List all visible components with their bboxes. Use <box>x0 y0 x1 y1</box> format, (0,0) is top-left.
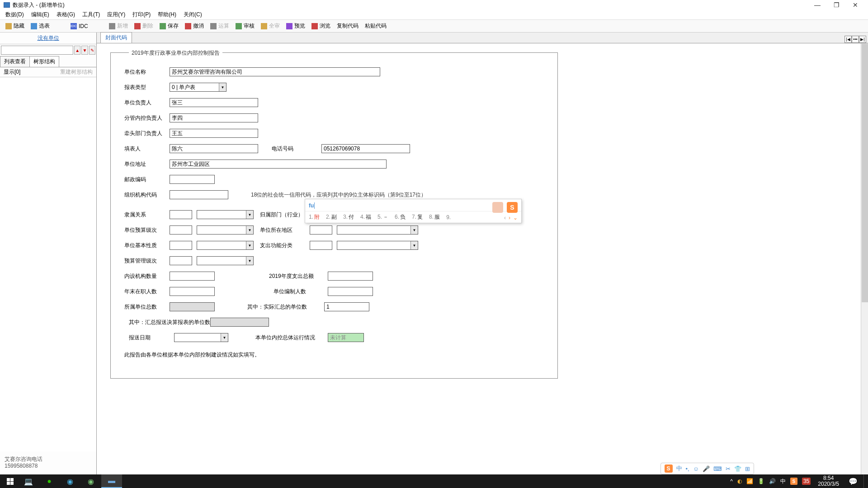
tab-tree-view[interactable]: 树形结构 <box>29 56 59 67</box>
input-phone[interactable] <box>321 144 410 153</box>
tray-sogou-icon[interactable]: S <box>790 478 797 485</box>
tb-idc[interactable]: IDCIDC <box>68 22 91 30</box>
input-nature-code[interactable] <box>170 241 192 250</box>
tab-list-view[interactable]: 列表查看 <box>0 56 30 67</box>
nav-last-button[interactable]: ▶| <box>859 36 866 43</box>
sel-func[interactable]: ▼ <box>337 241 418 250</box>
ime-menu-icon[interactable]: ⊞ <box>745 465 750 472</box>
tb-hide[interactable]: 隐藏 <box>3 21 27 31</box>
ime-cand-6[interactable]: 6.负 <box>395 213 406 221</box>
ime-status-bar[interactable]: S 中 •, ☺ 🎤 ⌨ ✂ 👕 ⊞ <box>660 463 754 474</box>
menu-print[interactable]: 打印(P) <box>129 10 154 19</box>
ime-skin-icon[interactable]: 👕 <box>734 465 741 472</box>
combo-report-type[interactable]: 0 | 单户表 ▼ <box>170 83 226 92</box>
tb-preview[interactable]: 预览 <box>283 21 308 31</box>
tree-area[interactable] <box>0 77 96 451</box>
show-desktop-button[interactable] <box>863 474 866 488</box>
taskview-button[interactable]: 💻 <box>18 474 39 488</box>
tray-temp-badge[interactable]: 35 <box>802 478 811 485</box>
tray-wifi-icon[interactable]: 📶 <box>746 478 753 484</box>
ime-lang[interactable]: 中 <box>676 465 682 473</box>
ime-cand-1[interactable]: 1.附 <box>309 213 320 221</box>
input-filler[interactable] <box>170 144 258 153</box>
ime-cand-2[interactable]: 2.副 <box>326 213 337 221</box>
wechat-button[interactable]: ● <box>39 474 60 488</box>
tray-expand-icon[interactable]: ^ <box>730 478 733 484</box>
tab-cover-code[interactable]: 封面代码 <box>100 32 132 43</box>
tb-save[interactable]: 保存 <box>157 21 181 31</box>
tray-volume-icon[interactable]: 🔊 <box>769 478 776 484</box>
ime-voice-icon[interactable]: 🎤 <box>703 465 710 472</box>
input-nk[interactable] <box>170 113 258 122</box>
input-head[interactable] <box>170 98 258 107</box>
scrollbar-thumb[interactable] <box>862 44 868 302</box>
input-rel-code[interactable] <box>170 210 192 219</box>
tray-battery-icon[interactable]: 🔋 <box>758 478 764 484</box>
input-actual[interactable] <box>324 302 369 311</box>
menu-tool[interactable]: 工具(T) <box>79 10 104 19</box>
ime-cand-5[interactable]: 5.－ <box>377 213 388 221</box>
ime-prev-icon[interactable]: ‹ <box>504 215 506 221</box>
search-input[interactable] <box>1 46 73 55</box>
input-emp[interactable] <box>170 287 215 296</box>
menu-table[interactable]: 表格(G) <box>53 10 79 19</box>
input-staff[interactable] <box>328 287 373 296</box>
ime-cand-3[interactable]: 3.付 <box>343 213 354 221</box>
tb-pastecode[interactable]: 粘贴代码 <box>362 21 389 31</box>
sel-nature[interactable]: ▼ <box>197 241 254 250</box>
sel-rel[interactable]: ▼ <box>197 210 254 219</box>
input-unit-name[interactable] <box>170 67 380 76</box>
input-func-code[interactable] <box>310 241 332 250</box>
sel-loc[interactable]: ▼ <box>337 225 418 235</box>
menu-edit[interactable]: 编辑(E) <box>28 10 53 19</box>
input-expend[interactable] <box>328 272 373 281</box>
maximize-button[interactable]: ❐ <box>831 1 842 9</box>
menu-app[interactable]: 应用(Y) <box>104 10 129 19</box>
notification-button[interactable]: 💬 <box>843 474 863 488</box>
vertical-scrollbar[interactable] <box>861 43 868 474</box>
browser2-button[interactable]: ◉ <box>80 474 101 488</box>
menu-close[interactable]: 关闭(C) <box>180 10 206 19</box>
ime-tool-icon[interactable]: ✂ <box>726 465 731 472</box>
edit-button[interactable]: ✎ <box>89 46 95 55</box>
tray-ime-lang[interactable]: 中 <box>780 478 786 485</box>
sel-mgmt[interactable]: ▼ <box>197 256 254 265</box>
browser1-button[interactable]: ◉ <box>60 474 80 488</box>
ime-cand-4[interactable]: 4.福 <box>360 213 371 221</box>
input-addr[interactable] <box>170 160 387 169</box>
input-budget-code[interactable] <box>170 225 192 235</box>
input-qt[interactable] <box>170 129 258 138</box>
ime-cand-8[interactable]: 8.服 <box>429 213 440 221</box>
input-inst[interactable] <box>170 272 215 281</box>
nav-first-button[interactable]: |◀ <box>844 36 852 43</box>
ime-emoji-icon[interactable]: ☺ <box>693 465 699 472</box>
ime-expand-icon[interactable]: ⌄ <box>513 215 518 221</box>
ime-cand-7[interactable]: 7.复 <box>412 213 423 221</box>
start-button[interactable] <box>2 474 18 488</box>
combo-date[interactable]: ▼ <box>174 333 228 342</box>
tb-audit[interactable]: 审核 <box>233 21 257 31</box>
app-button[interactable]: ▬ <box>101 474 122 488</box>
nav-menu-button[interactable]: ••• <box>852 36 859 43</box>
arrow-up-button[interactable]: ▲ <box>74 46 80 55</box>
tb-browse[interactable]: 浏览 <box>309 21 333 31</box>
ime-punct[interactable]: •, <box>686 465 689 472</box>
no-unit-link[interactable]: 没有单位 <box>0 33 96 44</box>
ime-keyboard-icon[interactable]: ⌨ <box>713 465 722 472</box>
input-loc-code[interactable] <box>310 225 332 235</box>
tb-copycode[interactable]: 复制代码 <box>334 21 361 31</box>
tb-cancel[interactable]: 撤消 <box>182 21 207 31</box>
rebuild-tree[interactable]: 重建树形结构 <box>60 68 93 76</box>
menu-help[interactable]: 帮助(H) <box>154 10 180 19</box>
ime-next-icon[interactable]: › <box>509 215 510 221</box>
menu-data[interactable]: 数据(D) <box>2 10 28 19</box>
minimize-button[interactable]: — <box>812 1 823 9</box>
tray-sync-icon[interactable]: ◐ <box>737 478 742 484</box>
sel-budget[interactable]: ▼ <box>197 225 254 235</box>
close-button[interactable]: ✕ <box>850 1 861 9</box>
arrow-down-button[interactable]: ▼ <box>81 46 88 55</box>
ime-cand-9[interactable]: 9. <box>446 214 452 221</box>
tb-select[interactable]: 选表 <box>28 21 52 31</box>
input-mgmt-code[interactable] <box>170 256 192 265</box>
input-zip[interactable] <box>170 175 215 184</box>
